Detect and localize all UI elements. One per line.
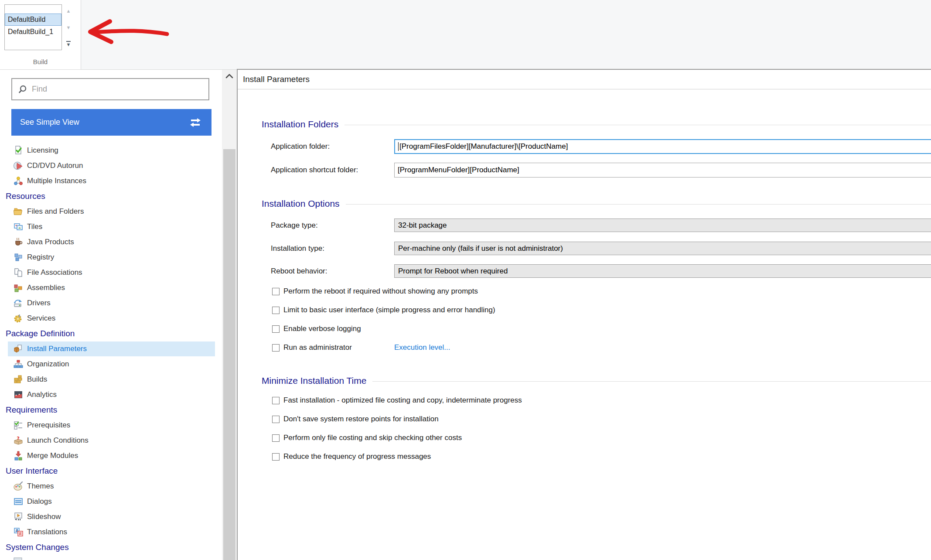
licensing-icon [13,145,24,156]
sidebar-label: Files and Folders [27,207,84,216]
installation-type-label: Installation type: [271,242,324,256]
sidebar-item-registry[interactable]: Registry [0,250,222,265]
sidebar-item-organization[interactable]: Organization [0,357,222,372]
sidebar-label: Themes [27,482,54,491]
package-type-select[interactable]: 32-bit package [394,219,931,232]
build-item-defaultbuild_1[interactable]: DefaultBuild_1 [5,26,61,38]
sidebar-item-themes[interactable]: Themes [0,479,222,494]
launch-conditions-icon: ? [13,435,24,446]
checkbox-row-run-as-administrator[interactable]: Run as administrator [272,343,352,352]
sidebar-item-slideshow[interactable]: Slideshow [0,509,222,524]
checkbox[interactable] [272,416,280,423]
checkbox-row-perform-the-reboot-if-required-without-s[interactable]: Perform the reboot if required without s… [272,287,478,296]
checkbox-row-enable-verbose-logging[interactable]: Enable verbose logging [272,324,361,334]
sidebar-label: Organization [27,360,69,369]
checkbox-label: Limit to basic user interface (simple pr… [283,306,495,314]
checkbox[interactable] [272,325,280,333]
scroll-to-bottom-icon[interactable]: ▼ [63,38,74,50]
assemblies-icon [13,283,24,293]
sidebar-label: Translations [27,528,67,536]
cd-dvd-autorun-icon [13,160,24,171]
checkbox-row-limit-to-basic-user-interface-simple-pro[interactable]: Limit to basic user interface (simple pr… [272,305,495,315]
sidebar-item-translations[interactable]: ATranslations [0,525,222,540]
build-item-defaultbuild[interactable]: DefaultBuild [5,14,61,26]
sidebar-item-licensing[interactable]: Licensing [0,143,222,158]
sidebar-item-install-parameters[interactable]: Install Parameters [0,341,222,356]
application-folder-label: Application folder: [271,139,330,154]
checkbox-row-fast-installation-optimized-file-costing[interactable]: Fast installation - optimized file costi… [272,396,522,405]
sidebar-label: User Interface [6,466,58,476]
checkbox-row-perform-only-file-costing-and-skip-check[interactable]: Perform only file costing and skip check… [272,433,462,443]
sidebar-item-launch-conditions[interactable]: ?Launch Conditions [0,433,222,448]
sidebar-item-merge-modules[interactable]: Merge Modules [0,448,222,463]
sidebar-item-java-products[interactable]: Java Products [0,235,222,249]
sidebar-label: Multiple Instances [27,177,86,185]
dialogs-icon [13,496,24,507]
search-icon [18,85,27,94]
sidebar-item-tiles[interactable]: Tiles [0,219,222,234]
scrollbar-thumb[interactable] [223,149,235,560]
sidebar-scrollbar[interactable] [222,70,237,560]
sidebar-label: Java Products [27,238,74,246]
analytics-icon [13,389,24,400]
tiles-icon [13,222,24,232]
translations-icon: A [13,527,24,537]
application-folder-input[interactable]: [ProgramFilesFolder][Manufacturer]\[Prod… [394,139,931,154]
sidebar-label: File Associations [27,268,82,277]
scroll-up-icon[interactable]: ▲ [63,5,74,17]
ribbon-background [81,0,931,69]
drivers-icon [13,298,24,308]
checkbox-label: Perform the reboot if required without s… [283,287,478,296]
sidebar-item-partial[interactable] [0,555,222,560]
sidebar-section-requirements: Requirements [0,403,222,417]
scrollbar-up-icon[interactable] [224,72,235,79]
find-search-box[interactable] [11,78,209,100]
sidebar-label: Install Parameters [27,345,87,353]
sidebar-label: Slideshow [27,512,61,521]
execution-level-link[interactable]: Execution level... [394,343,450,352]
sidebar-section-user-interface: User Interface [0,464,222,478]
checkbox-row-reduce-the-frequency-of-progress-message[interactable]: Reduce the frequency of progress message… [272,452,431,461]
checkbox-row-don-t-save-system-restore-points-for-ins[interactable]: Don't save system restore points for ins… [272,414,439,424]
checkbox-label: Enable verbose logging [283,324,361,333]
file-associations-icon [13,267,24,278]
themes-icon [13,481,24,492]
build-configuration-list[interactable]: DefaultBuildDefaultBuild_1 [4,4,62,50]
scroll-down-icon[interactable]: ▼ [63,22,74,33]
checkbox[interactable] [272,307,280,314]
merge-modules-icon [13,451,24,461]
installation-type-select[interactable]: Per-machine only (fails if user is not a… [394,242,931,255]
checkbox[interactable] [272,288,280,295]
sidebar-item-analytics[interactable]: Analytics [0,387,222,402]
reboot-behavior-select[interactable]: Prompt for Reboot when required [394,264,931,278]
sidebar-item-files-and-folders[interactable]: Files and Folders [0,204,222,219]
checkbox[interactable] [272,397,280,404]
navigation-sidebar: See Simple View LicensingCD/DVD AutorunM… [0,70,222,560]
sidebar-label: Analytics [27,390,57,399]
files-and-folders-icon [13,206,24,217]
see-simple-view-button[interactable]: See Simple View [11,109,211,136]
sidebar-item-multiple-instances[interactable]: Multiple Instances [0,174,222,188]
application-shortcut-folder-input[interactable]: [ProgramMenuFolder][ProductName] [394,163,931,178]
ribbon: DefaultBuildDefaultBuild_1 ▲ ▼ ▼ Build [0,0,931,70]
checkbox[interactable] [272,344,280,352]
panel-title-bar: Install Parameters [238,70,931,89]
sidebar-label: System Changes [6,543,69,552]
search-input[interactable] [32,85,189,94]
sidebar-item-builds[interactable]: Builds [0,372,222,387]
sidebar-item-file-associations[interactable]: File Associations [0,265,222,280]
checkbox[interactable] [272,453,280,461]
installation-folders-heading: Installation Folders [262,115,931,133]
sidebar-item-prerequisites[interactable]: Prerequisites [0,418,222,433]
sidebar-label: Package Definition [6,329,75,338]
sidebar-item-services[interactable]: Services [0,311,222,326]
checkbox[interactable] [272,434,280,442]
sidebar-item-dialogs[interactable]: Dialogs [0,494,222,509]
sidebar-item-cd-dvd-autorun[interactable]: CD/DVD Autorun [0,158,222,173]
reboot-behavior-label: Reboot behavior: [271,264,327,278]
sidebar-item-assemblies[interactable]: Assemblies [0,280,222,295]
checkbox-label: Run as administrator [283,343,352,352]
sidebar-item-drivers[interactable]: Drivers [0,296,222,311]
sidebar-label: Licensing [27,146,58,155]
installation-options-heading: Installation Options [262,195,931,213]
